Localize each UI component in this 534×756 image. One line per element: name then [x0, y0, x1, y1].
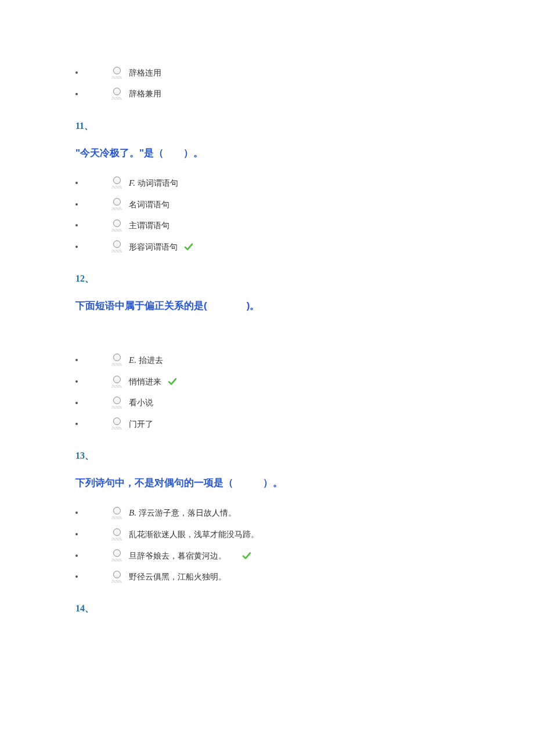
option-row: 辞格连用 — [75, 66, 459, 79]
option-text: 动词谓语句 — [138, 177, 178, 189]
option-row: B.浮云游子意，落日故人情。 — [75, 506, 459, 520]
radio-button[interactable] — [111, 198, 122, 210]
option-row: 悄悄进来 — [75, 375, 459, 388]
option-text: 名词谓语句 — [129, 198, 169, 211]
list-bullet — [75, 423, 78, 425]
list-bullet — [75, 402, 78, 404]
list-bullet — [75, 512, 78, 514]
list-bullet — [75, 359, 78, 361]
radio-button[interactable] — [111, 376, 122, 388]
option-row: 看小说 — [75, 396, 459, 409]
question-number: 12、 — [75, 273, 459, 285]
option-prefix: F. — [129, 176, 135, 190]
list-bullet — [75, 203, 78, 206]
list-bullet — [75, 182, 78, 184]
radio-button[interactable] — [111, 354, 122, 366]
option-prefix: E. — [129, 353, 136, 367]
question-text: "今天冷极了。"是（ ）。 — [75, 146, 459, 160]
option-text: 主谓谓语句 — [129, 219, 169, 232]
option-row: 名词谓语句 — [75, 198, 459, 211]
option-text: 浮云游子意，落日故人情。 — [139, 506, 236, 519]
list-bullet — [75, 533, 78, 535]
option-text: 野径云俱黑，江船火独明。 — [129, 570, 226, 583]
option-row: 乱花渐欲迷人眼，浅草才能没马蹄。 — [75, 528, 459, 541]
option-row: 门开了 — [75, 417, 459, 430]
radio-button[interactable] — [111, 549, 122, 561]
option-text: 抬进去 — [139, 354, 163, 366]
option-row: 旦辞爷娘去，暮宿黄河边。 — [75, 549, 459, 562]
radio-button[interactable] — [111, 88, 122, 100]
question-text: 下面短语中属于偏正关系的是( )。 — [75, 299, 459, 312]
check-icon — [241, 551, 252, 560]
option-text: 悄悄进来 — [129, 375, 161, 388]
check-icon — [167, 377, 178, 386]
radio-button[interactable] — [111, 177, 122, 189]
option-row: 形容词谓语句 — [75, 240, 459, 253]
radio-button[interactable] — [111, 571, 122, 583]
option-row: F.动词谓语句 — [75, 176, 459, 190]
radio-button[interactable] — [111, 528, 122, 541]
list-bullet — [75, 246, 78, 248]
question-number: 13、 — [75, 450, 459, 462]
radio-button[interactable] — [111, 417, 122, 430]
radio-button[interactable] — [111, 397, 122, 409]
list-bullet — [75, 575, 78, 578]
option-text: 辞格兼用 — [129, 87, 161, 100]
question-number: 11、 — [75, 120, 459, 132]
list-bullet — [75, 555, 78, 557]
question-text: 下列诗句中，不是对偶句的一项是（ ）。 — [75, 476, 459, 489]
radio-button[interactable] — [111, 240, 122, 253]
option-text: 辞格连用 — [129, 66, 161, 79]
list-bullet — [75, 380, 78, 383]
option-prefix: B. — [129, 506, 136, 520]
spacer — [75, 329, 459, 345]
radio-button[interactable] — [111, 67, 122, 79]
list-bullet — [75, 93, 78, 95]
list-bullet — [75, 71, 78, 74]
option-row: 辞格兼用 — [75, 87, 459, 100]
option-row: E.抬进去 — [75, 353, 459, 367]
option-text: 门开了 — [129, 417, 153, 430]
question-number: 14、 — [75, 603, 459, 615]
check-icon — [183, 242, 194, 251]
option-text: 乱花渐欲迷人眼，浅草才能没马蹄。 — [129, 528, 259, 541]
option-text: 旦辞爷娘去，暮宿黄河边。 — [129, 549, 226, 562]
option-row: 野径云俱黑，江船火独明。 — [75, 570, 459, 583]
list-bullet — [75, 224, 78, 226]
radio-button[interactable] — [111, 507, 122, 519]
radio-button[interactable] — [111, 219, 122, 232]
option-text: 看小说 — [129, 396, 153, 409]
option-text: 形容词谓语句 — [129, 240, 178, 253]
option-row: 主谓谓语句 — [75, 219, 459, 232]
